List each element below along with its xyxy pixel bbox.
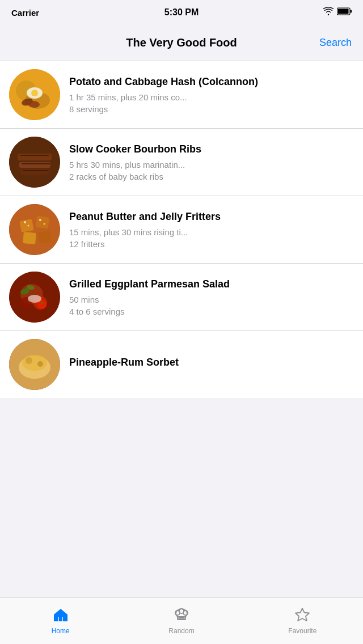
chef-hat-icon: [174, 607, 189, 625]
recipe-info: Grilled Eggplant Parmesan Salad 50 mins …: [69, 278, 354, 317]
recipe-item[interactable]: Potato and Cabbage Hash (Colcannon) 1 hr…: [0, 61, 363, 129]
svg-point-44: [179, 609, 184, 613]
recipe-info: Slow Cooker Bourbon Ribs 5 hrs 30 mins, …: [69, 143, 354, 182]
star-icon: [294, 607, 310, 625]
svg-rect-1: [351, 10, 352, 13]
svg-point-7: [31, 90, 38, 96]
svg-point-25: [44, 223, 45, 225]
recipe-time: 5 hrs 30 mins, plus marinatin...: [69, 160, 354, 170]
tab-favourite-label: Favourite: [288, 627, 316, 635]
status-bar: Carrier 5:30 PM: [0, 0, 363, 25]
svg-point-22: [24, 221, 26, 223]
svg-point-23: [28, 225, 29, 227]
recipe-item[interactable]: Grilled Eggplant Parmesan Salad 50 mins …: [0, 264, 363, 331]
svg-rect-20: [23, 232, 36, 244]
tab-random[interactable]: Random: [121, 607, 242, 635]
recipe-servings: 2 racks of baby back ribs: [69, 172, 354, 181]
recipe-servings: 4 to 6 servings: [69, 307, 354, 316]
recipe-title: Peanut Butter and Jelly Fritters: [69, 210, 354, 223]
recipe-info: Potato and Cabbage Hash (Colcannon) 1 hr…: [69, 75, 354, 115]
svg-point-34: [28, 295, 41, 303]
svg-rect-13: [20, 169, 49, 175]
recipe-servings: 12 fritters: [69, 239, 354, 249]
battery-icon: [337, 7, 352, 18]
svg-rect-40: [59, 617, 62, 621]
wifi-icon: [323, 7, 334, 18]
nav-bar: The Very Good Food Search: [0, 25, 363, 61]
svg-rect-21: [38, 231, 52, 244]
recipe-image: [9, 272, 60, 323]
carrier-label: Carrier: [11, 8, 39, 18]
recipe-time: 50 mins: [69, 295, 354, 304]
recipe-item[interactable]: Slow Cooker Bourbon Ribs 5 hrs 30 mins, …: [0, 129, 363, 196]
svg-point-17: [9, 204, 60, 255]
recipe-image: [9, 137, 60, 188]
tab-random-label: Random: [168, 627, 194, 635]
recipe-item[interactable]: Pineapple-Rum Sorbet: [0, 331, 363, 398]
recipe-item[interactable]: Peanut Butter and Jelly Fritters 15 mins…: [0, 196, 363, 264]
svg-point-31: [41, 302, 43, 304]
svg-marker-47: [296, 608, 309, 621]
tab-bar: Home Random Favourite: [0, 597, 363, 644]
recipe-title: Grilled Eggplant Parmesan Salad: [69, 278, 354, 291]
recipe-time: 15 mins, plus 30 mins rising ti...: [69, 227, 354, 237]
status-time: 5:30 PM: [164, 7, 199, 18]
recipe-image: [9, 204, 60, 255]
status-right-icons: [323, 7, 352, 18]
recipe-image: [9, 69, 60, 120]
tab-home[interactable]: Home: [0, 607, 121, 635]
nav-title: The Very Good Food: [126, 36, 237, 49]
recipe-image: [9, 339, 60, 390]
svg-rect-19: [36, 216, 50, 229]
search-button[interactable]: Search: [319, 37, 352, 49]
recipe-info: Peanut Butter and Jelly Fritters 15 mins…: [69, 210, 354, 249]
home-icon: [53, 607, 69, 625]
svg-point-37: [22, 355, 47, 371]
recipe-title: Potato and Cabbage Hash (Colcannon): [69, 75, 354, 88]
recipe-title: Pineapple-Rum Sorbet: [69, 356, 354, 369]
recipe-info: Pineapple-Rum Sorbet: [69, 356, 354, 374]
svg-rect-12: [19, 162, 50, 168]
recipe-time: 1 hr 35 mins, plus 20 mins co...: [69, 92, 354, 102]
recipe-servings: 8 servings: [69, 104, 354, 114]
svg-point-38: [26, 357, 32, 364]
tab-favourite[interactable]: Favourite: [242, 607, 363, 635]
svg-point-39: [37, 361, 43, 367]
svg-rect-11: [18, 154, 52, 160]
recipe-title: Slow Cooker Bourbon Ribs: [69, 143, 354, 156]
svg-rect-18: [19, 219, 33, 232]
recipe-list: Potato and Cabbage Hash (Colcannon) 1 hr…: [0, 61, 363, 398]
tab-home-label: Home: [52, 627, 70, 635]
svg-point-24: [39, 219, 41, 221]
svg-rect-2: [338, 9, 349, 14]
